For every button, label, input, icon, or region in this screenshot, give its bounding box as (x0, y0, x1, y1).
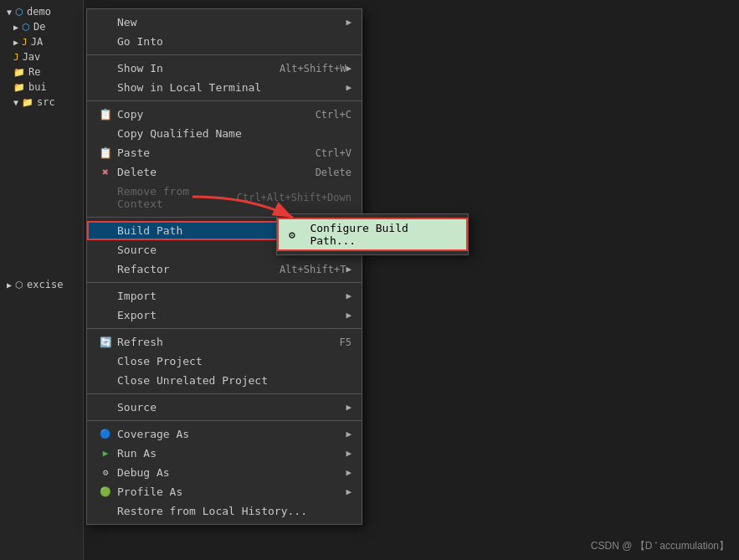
menu-item-refresh[interactable]: 🔄 Refresh F5 (87, 332, 362, 352)
menu-item-delete[interactable]: ✖ Delete Delete (87, 162, 362, 182)
refresh-icon: 🔄 (97, 337, 114, 348)
menu-label-copy-qualified: Copy Qualified Name (117, 127, 352, 140)
menu-item-refactor[interactable]: Refactor Alt+Shift+T ▶ (87, 259, 362, 279)
menu-item-close-unrelated[interactable]: Close Unrelated Project (87, 371, 362, 390)
refactor-shortcut: Alt+Shift+T (280, 264, 346, 275)
import-arrow: ▶ (346, 290, 352, 301)
menu-label-restore: Restore from Local History... (117, 505, 352, 517)
menu-label-close-project: Close Project (117, 355, 352, 367)
copy-shortcut: Ctrl+C (316, 109, 352, 121)
separator-7 (87, 420, 362, 421)
menu-item-export[interactable]: Export ▶ (87, 306, 362, 325)
menu-item-run-as[interactable]: ▶ Run As ▶ (87, 444, 362, 463)
build-path-submenu: ⚙ Configure Build Path... (276, 213, 469, 255)
menu-item-show-local[interactable]: Show in Local Terminal ▶ (87, 78, 362, 97)
export-arrow: ▶ (346, 310, 352, 321)
menu-item-profile-as[interactable]: 🟢 Profile As ▶ (87, 482, 362, 501)
menu-item-copy-qualified[interactable]: Copy Qualified Name (87, 124, 362, 143)
paste-shortcut: Ctrl+V (316, 147, 352, 159)
tree-item-ja[interactable]: ▶J JA (0, 34, 83, 49)
new-arrow: ▶ (346, 17, 352, 28)
menu-label-profile-as: Profile As (117, 486, 346, 498)
paste-icon: 📋 (97, 146, 114, 159)
menu-label-import: Import (117, 290, 346, 302)
submenu-item-configure[interactable]: ⚙ Configure Build Path... (277, 218, 468, 251)
menu-item-copy[interactable]: 📋 Copy Ctrl+C (87, 105, 362, 124)
menu-label-show-in: Show In (117, 62, 263, 74)
separator-5 (87, 328, 362, 329)
menu-label-run-as: Run As (117, 447, 346, 460)
menu-item-source2[interactable]: Source ▶ (87, 398, 362, 417)
menu-item-coverage[interactable]: 🔵 Coverage As ▶ (87, 424, 362, 444)
run-as-icon: ▶ (97, 448, 114, 459)
profile-as-icon: 🟢 (97, 486, 114, 497)
debug-as-icon: ⚙ (97, 467, 114, 478)
delete-shortcut: Delete (316, 167, 352, 178)
tree-item-src[interactable]: ▼📁 src (0, 95, 83, 110)
menu-item-new[interactable]: New ▶ (87, 13, 362, 32)
separator-4 (87, 282, 362, 283)
menu-item-close-project[interactable]: Close Project (87, 352, 362, 371)
menu-label-remove-context: Remove from Context (117, 185, 220, 210)
separator-1 (87, 54, 362, 55)
run-as-arrow: ▶ (346, 448, 352, 459)
refresh-shortcut: F5 (340, 337, 352, 348)
menu-label-refactor: Refactor (117, 263, 263, 275)
coverage-icon: 🔵 (97, 429, 114, 439)
profile-as-arrow: ▶ (346, 486, 352, 497)
menu-label-paste: Paste (117, 146, 299, 159)
menu-label-debug-as: Debug As (117, 466, 346, 479)
menu-label-source2: Source (117, 401, 346, 414)
menu-item-go-into[interactable]: Go Into (87, 32, 362, 51)
separator-6 (87, 393, 362, 394)
show-in-arrow: ▶ (346, 63, 352, 74)
tree-item-bui[interactable]: 📁 bui (0, 80, 83, 95)
menu-label-refresh: Refresh (117, 336, 323, 348)
copy-icon: 📋 (97, 108, 114, 121)
delete-icon: ✖ (97, 166, 114, 178)
tree-item-excise[interactable]: ▶⬡ excise (0, 277, 83, 292)
tree-panel: ▼⬡ demo ▶⬡ De ▶J JA J Jav 📁 Re 📁 bui ▼📁 … (0, 0, 84, 560)
watermark: CSDN @ 【D ' accumulation】 (591, 539, 729, 553)
debug-as-arrow: ▶ (346, 467, 352, 478)
tree-item-de[interactable]: ▶⬡ De (0, 19, 83, 34)
menu-label-delete: Delete (117, 166, 299, 178)
menu-label-go-into: Go Into (117, 35, 352, 48)
menu-item-restore[interactable]: Restore from Local History... (87, 501, 362, 521)
menu-item-show-in[interactable]: Show In Alt+Shift+W ▶ (87, 59, 362, 78)
remove-shortcut: Ctrl+Alt+Shift+Down (237, 192, 352, 203)
tree-item-re[interactable]: 📁 Re (0, 64, 83, 80)
show-in-shortcut: Alt+Shift+W (280, 63, 346, 74)
tree-item-jav[interactable]: J Jav (0, 49, 83, 64)
show-local-arrow: ▶ (346, 82, 352, 93)
menu-label-coverage: Coverage As (117, 428, 346, 440)
separator-2 (87, 100, 362, 101)
menu-label-source: Source (117, 244, 263, 256)
tree-item-demo[interactable]: ▼⬡ demo (0, 4, 83, 19)
menu-label-export: Export (117, 309, 346, 321)
refactor-arrow: ▶ (346, 264, 352, 275)
menu-item-import[interactable]: Import ▶ (87, 286, 362, 306)
menu-label-close-unrelated: Close Unrelated Project (117, 374, 352, 387)
submenu-label-configure: Configure Build Path... (310, 222, 456, 247)
menu-item-paste[interactable]: 📋 Paste Ctrl+V (87, 143, 362, 162)
menu-item-remove-context[interactable]: Remove from Context Ctrl+Alt+Shift+Down (87, 182, 362, 213)
source2-arrow: ▶ (346, 402, 352, 413)
coverage-arrow: ▶ (346, 429, 352, 439)
menu-label-copy: Copy (117, 108, 299, 121)
menu-item-debug-as[interactable]: ⚙ Debug As ▶ (87, 463, 362, 482)
menu-label-new: New (117, 16, 346, 28)
menu-label-show-local: Show in Local Terminal (117, 81, 346, 94)
context-menu: New ▶ Go Into Show In Alt+Shift+W ▶ Show… (86, 8, 362, 525)
configure-build-path-icon: ⚙ (289, 229, 305, 241)
